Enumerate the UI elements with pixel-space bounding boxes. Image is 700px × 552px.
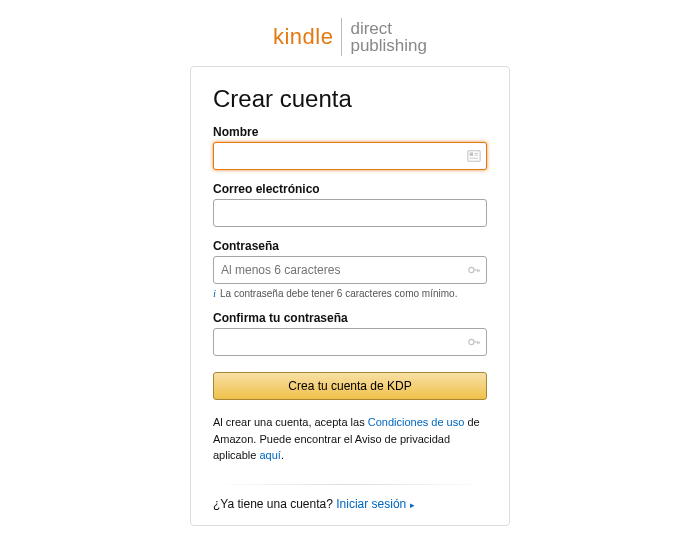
confirm-label: Confirma tu contraseña xyxy=(213,311,487,325)
create-account-button[interactable]: Crea tu cuenta de KDP xyxy=(213,372,487,400)
logo-kindle-text: kindle xyxy=(273,24,333,50)
kdp-logo: kindle direct publishing xyxy=(273,18,427,56)
autofill-icon xyxy=(467,149,481,163)
signin-link[interactable]: Iniciar sesión ▸ xyxy=(336,497,415,511)
logo-divider xyxy=(341,18,342,56)
card-divider xyxy=(213,484,487,485)
password-hint: i La contraseña debe tener 6 caracteres … xyxy=(213,288,487,299)
svg-rect-1 xyxy=(470,153,474,157)
signin-row: ¿Ya tiene una cuenta? Iniciar sesión ▸ xyxy=(213,497,487,511)
svg-point-9 xyxy=(469,339,474,344)
confirm-input[interactable] xyxy=(213,328,487,356)
password-field-group: Contraseña i La contraseña debe tener 6 … xyxy=(213,239,487,299)
email-field-group: Correo electrónico xyxy=(213,182,487,227)
key-icon xyxy=(467,335,481,349)
register-card: Crear cuenta Nombre Correo electrónico C… xyxy=(190,66,510,526)
privacy-link[interactable]: aquí xyxy=(259,449,280,461)
password-input[interactable] xyxy=(213,256,487,284)
svg-point-5 xyxy=(469,267,474,272)
logo-dp-text: direct publishing xyxy=(350,20,427,54)
page-title: Crear cuenta xyxy=(213,85,487,113)
password-label: Contraseña xyxy=(213,239,487,253)
email-input[interactable] xyxy=(213,199,487,227)
name-input[interactable] xyxy=(213,142,487,170)
legal-text: Al crear una cuenta, acepta las Condicio… xyxy=(213,414,487,464)
terms-link[interactable]: Condiciones de uso xyxy=(368,416,465,428)
email-label: Correo electrónico xyxy=(213,182,487,196)
name-field-group: Nombre xyxy=(213,125,487,170)
name-label: Nombre xyxy=(213,125,487,139)
confirm-field-group: Confirma tu contraseña xyxy=(213,311,487,356)
chevron-right-icon: ▸ xyxy=(407,500,415,510)
key-icon xyxy=(467,263,481,277)
info-icon: i xyxy=(213,288,216,299)
